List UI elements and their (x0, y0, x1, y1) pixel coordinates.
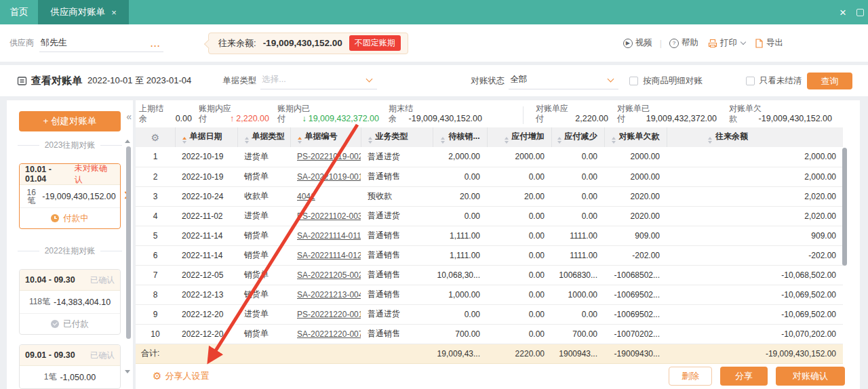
help-link[interactable]: ? 帮助 (669, 37, 698, 49)
export-label: 导出 (766, 37, 783, 49)
video-link[interactable]: ▶ 视频 (623, 37, 652, 49)
chevron-down-icon (608, 75, 614, 82)
cell-type: 销货单 (237, 226, 290, 245)
cell-owed: -10069502... (604, 285, 667, 304)
statement-card[interactable]: 09.01 - 09.30已确认1笔-1,050.00 (19, 344, 121, 389)
column-label: 业务类型 (376, 131, 408, 141)
column-header-decrease[interactable]: 应付减少 (551, 127, 604, 147)
print-button[interactable]: 打印 (708, 37, 747, 49)
doc-number-link[interactable]: PS-20221220-001 (297, 310, 361, 319)
column-header-type[interactable]: 单据类型 (237, 127, 290, 147)
date-range[interactable]: 2022-10-01 至 2023-01-04 (87, 75, 191, 87)
cell-increase: 0.00 (487, 206, 551, 226)
help-label: 帮助 (682, 37, 698, 49)
cell-pending: 0.00 (433, 304, 487, 324)
statement-card[interactable]: 10.04 - 09.30已确认118笔-14,383,404.10已付款 (19, 269, 121, 335)
table-scrollbar[interactable] (842, 148, 847, 266)
share-settings-link[interactable]: ⚙ 分享人设置 (153, 370, 209, 382)
cell-type: 收款单 (237, 186, 290, 206)
cell-doc_no: PS-20221019-002 (290, 147, 361, 167)
total-owed: -19009430... (604, 344, 667, 363)
column-label: 单据类型 (252, 131, 285, 141)
column-label: 单据日期 (190, 131, 222, 141)
doc-number-link[interactable]: SA-20221220-007 (297, 329, 361, 339)
tab-home[interactable]: 首页 (0, 0, 38, 24)
statement-card[interactable]: 10.01 - 01.04未对账确认16笔-19,009,430,152.00付… (19, 163, 121, 229)
column-header-increase[interactable]: 应付增加 (487, 127, 551, 147)
column-header-balance[interactable]: 往来余额 (667, 127, 843, 147)
status-select[interactable]: 全部 (509, 72, 618, 89)
total-decrease: 1900943... (551, 344, 604, 363)
column-header-doc_no[interactable]: 单据编号 (290, 127, 361, 147)
cell-doc_no: SA-20221213-004 (290, 285, 361, 304)
cell-decrease: 0.00 (551, 167, 604, 186)
table-row: 32022-10-24收款单4041预收款20.0020.000.002020.… (136, 186, 843, 206)
tab-close-icon[interactable]: × (111, 7, 117, 18)
sort-icon (612, 137, 616, 144)
gear-icon[interactable]: ⚙ (151, 132, 159, 143)
chevron-down-icon[interactable] (741, 39, 746, 45)
doc-number-link[interactable]: SA-20221213-004 (297, 290, 361, 300)
sort-icon (708, 137, 712, 144)
column-header-biz[interactable]: 业务类型 (361, 127, 433, 147)
top-tab-bar: 首页 供应商对账单 × × (0, 0, 868, 24)
cell-type: 销货单 (237, 265, 290, 285)
cell-biz: 普通销售 (361, 245, 433, 265)
column-header-date[interactable]: 单据日期 (175, 127, 237, 147)
doc-number-link[interactable]: SA-20221114-011 (297, 231, 361, 241)
checkbox-icon[interactable] (746, 77, 755, 85)
cell-increase: 0.00 (487, 226, 551, 245)
window-restore-icon[interactable] (856, 9, 864, 16)
doc-number-link[interactable]: PS-20221019-002 (297, 152, 361, 161)
doc-type-select[interactable]: 选择... (260, 72, 377, 89)
sidebar-scrollbar[interactable] (126, 146, 131, 339)
total-date (175, 344, 237, 363)
share-button[interactable]: 分享 (720, 367, 768, 386)
export-button[interactable]: 导出 (755, 37, 783, 49)
doc-number-link[interactable]: SA-20221205-002 (297, 270, 361, 280)
doc-number-link[interactable]: SA-20221114-012 (297, 251, 361, 260)
doc-number-link[interactable]: 4041 (297, 192, 315, 201)
card-status: 未对账确认 (75, 163, 115, 186)
column-header-no[interactable]: ⚙ (136, 127, 175, 147)
supplier-select-field[interactable]: 邹先生 ··· (39, 35, 163, 52)
section-title-text: 2022往期对账 (45, 245, 96, 257)
checkbox-icon[interactable] (629, 77, 638, 85)
summary-label-line1: 对账单欠 (729, 104, 832, 113)
doc-number-link[interactable]: SA-20221019-001 (297, 172, 361, 182)
cell-decrease: 700.00 (551, 324, 604, 344)
table-head: ⚙单据日期单据类型单据编号业务类型待核销...应付增加应付减少对账单欠款往来余额 (136, 127, 843, 147)
cell-owed: 2000.00 (604, 147, 667, 167)
sort-icon (298, 137, 302, 144)
sort-icon (505, 137, 509, 144)
cell-pending: 0.00 (433, 206, 487, 226)
cell-decrease: 0.00 (551, 147, 604, 167)
cell-type: 销货单 (237, 167, 290, 186)
scroll-down-icon[interactable] (125, 370, 130, 373)
confirm-button[interactable]: 对账确认 (776, 367, 845, 386)
cell-owed: 2000.00 (604, 167, 667, 186)
column-header-pending[interactable]: 待核销... (433, 127, 487, 147)
collapse-sidebar-icon[interactable]: « (126, 111, 132, 122)
window-close-icon[interactable]: × (840, 7, 846, 18)
arrow-down-icon: ↓ (302, 114, 306, 123)
doc-number-link[interactable]: PS-20221102-003 (297, 211, 361, 221)
more-icon[interactable]: ··· (151, 43, 161, 49)
by-product-checkbox[interactable]: 按商品明细对账 (629, 75, 703, 87)
create-statement-button[interactable]: + 创建对账单 (19, 111, 121, 131)
delete-button[interactable]: 删除 (669, 367, 712, 386)
scroll-up-icon[interactable] (125, 140, 130, 143)
printer-icon (708, 39, 717, 48)
cell-balance: 2,020.00 (667, 206, 843, 226)
cell-decrease: 1111.00 (551, 245, 604, 265)
total-type (237, 344, 290, 363)
column-header-owed[interactable]: 对账单欠款 (604, 127, 667, 147)
cell-date: 2022-12-05 (175, 265, 237, 285)
table-body: 12022-10-19进货单PS-20221019-002普通进货2,000.0… (136, 147, 843, 363)
unsettled-checkbox[interactable]: 只看未结清 (746, 75, 802, 87)
cell-date: 2022-11-02 (175, 206, 237, 226)
tab-supplier-statement[interactable]: 供应商对账单 × (38, 0, 129, 24)
query-button[interactable]: 查询 (807, 73, 852, 89)
cell-type: 销货单 (237, 324, 290, 344)
sort-icon (182, 137, 186, 144)
